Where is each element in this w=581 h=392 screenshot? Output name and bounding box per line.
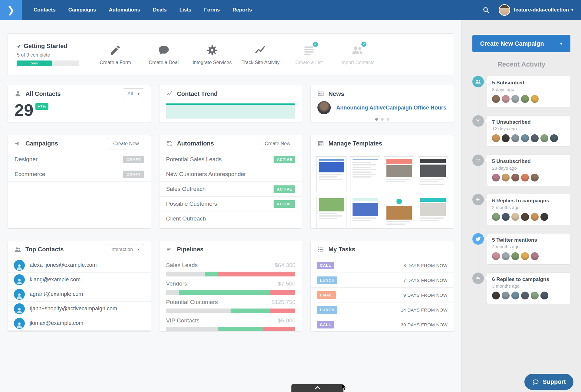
contact-email-link[interactable]: tjahn+shopify@activecampaign.com [30,305,117,312]
caret-down-icon[interactable]: ▾ [571,8,573,12]
nav-item-campaigns[interactable]: Campaigns [62,0,103,20]
automation-row[interactable]: Client Outreach [159,211,302,226]
template-thumbnails [311,152,454,229]
contact-avatar [511,134,519,142]
support-button[interactable]: Support [524,374,573,390]
carousel-dot[interactable] [381,118,384,121]
news-headline-link[interactable]: Announcing ActiveCampaign Office Hours [336,105,446,111]
campaign-row[interactable]: EcommerceDRAFT [8,167,151,182]
contacts-filter-select[interactable]: All▾ [123,88,144,99]
getting-started-title: ✔Getting Started [17,43,91,50]
pipeline-row[interactable]: Vendors$7,500 [159,276,302,295]
active-badge: ACTIVE [274,156,296,163]
megaphone-icon [15,140,21,147]
pipeline-bar [166,290,296,295]
pipelines-card: Pipelines Sales Leads$64,350 Vendors$7,5… [159,241,303,332]
user-avatar[interactable] [499,4,510,16]
contact-avatar [492,174,500,181]
contact-avatar [502,174,510,181]
people-icon [15,246,21,253]
template-thumbnail[interactable] [316,156,346,192]
nav-item-contacts[interactable]: Contacts [27,0,62,20]
task-row[interactable]: CALL30 DAYS FROM NOW [311,317,454,332]
nav-item-forms[interactable]: Forms [198,0,226,20]
twitter-icon [472,233,484,245]
check-icon: ✔ [17,44,21,49]
carousel-dot[interactable] [387,118,389,121]
step-track-site-activity[interactable]: Track Site Activity [236,43,285,65]
contact-email-link[interactable]: jlomax@example.com [30,320,83,326]
pipeline-row[interactable]: Potential Customers$125,750 [159,295,302,313]
contact-avatar [492,134,500,142]
template-icon [317,140,324,147]
nav-item-reports[interactable]: Reports [226,0,258,20]
automations-create-new-button[interactable]: Create New [260,138,295,149]
contact-avatar [540,134,548,142]
account-name[interactable]: feature-data-collection [514,7,569,13]
nav-item-lists[interactable]: Lists [173,0,198,20]
automation-row[interactable]: Sales OutreachACTIVE [159,182,302,197]
contact-email-link[interactable]: agrant@example.com [30,291,83,297]
automation-row[interactable]: Possible CustomersACTIVE [159,197,302,211]
pipeline-row[interactable]: Sales Leads$64,350 [159,258,302,276]
task-row[interactable]: LUNCH14 DAYS FROM NOW [311,302,454,317]
template-thumbnail[interactable] [350,156,380,192]
carousel-dot[interactable] [375,118,378,121]
draft-badge: DRAFT [123,156,144,163]
trend-line-icon [166,90,173,97]
nav-item-automations[interactable]: Automations [102,0,146,20]
task-row[interactable]: LUNCH7 DAYS FROM NOW [311,273,454,288]
contact-avatar [531,213,539,221]
activity-item: 6 Replies to campaigns3 months ago [472,273,570,304]
contact-avatar [540,213,548,221]
pipeline-bar [166,272,296,276]
automation-row[interactable]: Potential Sales LeadsACTIVE [159,152,302,167]
search-icon[interactable] [482,6,490,14]
template-thumbnail[interactable] [418,156,448,192]
active-badge: ACTIVE [274,185,296,193]
nav-item-deals[interactable]: Deals [146,0,173,20]
create-new-campaign-button[interactable]: Create New Campaign ▾ [472,35,570,52]
automation-row[interactable]: New Customers Autoresponder [159,167,302,182]
completed-check-badge: ✓ [361,41,367,47]
contact-email-link[interactable]: alexa_jones@example.com [30,262,97,268]
contact-avatar [521,252,529,260]
top-contacts-filter-select[interactable]: Interaction▾ [106,244,144,255]
pipeline-row[interactable]: VIP Contacts$5,000 [159,313,302,332]
caret-down-icon: ▾ [138,247,140,251]
contact-avatar [492,213,500,221]
task-row[interactable]: EMAIL9 DAYS FROM NOW [311,288,454,302]
manage-templates-title: Manage Templates [328,140,382,147]
contacts-count: 29 [15,102,33,119]
contact-email-link[interactable]: klang@example.com [30,276,80,283]
template-thumbnail[interactable] [350,196,380,229]
expand-panel-button[interactable] [291,384,343,392]
template-thumbnail[interactable] [384,196,414,229]
campaigns-card: Campaigns Create New DesignerDRAFT Ecomm… [8,135,151,229]
pencil-icon [91,43,140,57]
step-create-a-form[interactable]: Create a Form [91,43,140,65]
automations-card: Automations Create New Potential Sales L… [159,135,303,229]
step-create-a-list[interactable]: ✓Create a List [285,43,333,65]
step-create-a-deal[interactable]: Create a Deal [140,43,188,65]
task-type-badge: LUNCH [317,276,337,284]
news-carousel-dots [311,118,454,121]
active-badge: ACTIVE [274,200,296,208]
task-type-badge: CALL [317,321,334,328]
contact-avatar [531,252,539,260]
campaign-row[interactable]: DesignerDRAFT [8,152,151,167]
template-thumbnail[interactable] [418,196,448,229]
contact-avatar [14,303,25,314]
template-thumbnail[interactable] [316,196,346,229]
contact-avatar [492,95,500,103]
task-row[interactable]: CALL3 DAYS FROM NOW [311,258,454,273]
caret-down-icon[interactable]: ▾ [552,35,570,52]
step-integrate-services[interactable]: Integrate Services [188,43,236,65]
subscribed-people-icon [472,76,484,87]
campaigns-create-new-button[interactable]: Create New [108,138,144,149]
step-import-contacts[interactable]: ✓Import Contacts [333,43,382,65]
activecampaign-logo[interactable]: ❯ [0,0,22,20]
contact-avatar [502,134,510,142]
template-thumbnail[interactable] [384,156,414,192]
contact-avatar [531,292,539,299]
